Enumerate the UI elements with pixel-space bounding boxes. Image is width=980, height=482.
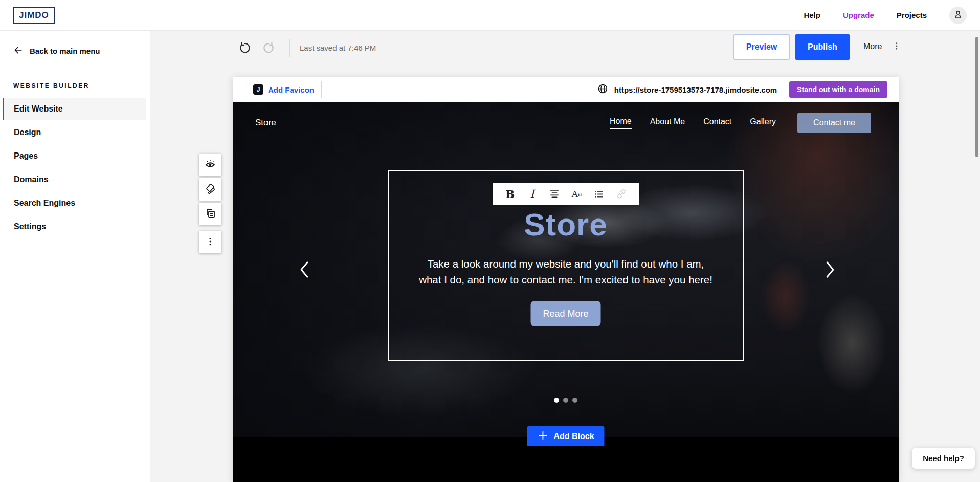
contact-me-button[interactable]: Contact me <box>797 113 871 133</box>
user-icon <box>952 9 964 22</box>
jimdo-logo[interactable]: JIMDO <box>13 7 55 24</box>
sidebar-item-domains[interactable]: Domains <box>3 168 146 191</box>
site-nav: Home About Me Contact Gallery <box>610 117 776 129</box>
page-scrollbar[interactable] <box>975 37 978 157</box>
kebab-icon <box>206 237 215 248</box>
sidebar-item-settings[interactable]: Settings <box>3 215 146 238</box>
style-swatch-icon <box>204 183 216 196</box>
undo-button[interactable] <box>235 39 254 57</box>
more-kebab-icon[interactable] <box>888 37 905 55</box>
hide-block-button[interactable] <box>199 154 221 176</box>
add-block-button[interactable]: Add Block <box>527 426 604 446</box>
copy-icon <box>204 207 216 221</box>
block-options-button[interactable] <box>199 231 221 253</box>
domain-upsell-button[interactable]: Stand out with a domain <box>789 81 887 98</box>
site-nav-gallery[interactable]: Gallery <box>750 117 776 129</box>
undo-icon <box>238 41 251 56</box>
hero-section[interactable]: Store Home About Me Contact Gallery Cont… <box>233 102 899 437</box>
sidebar-item-pages[interactable]: Pages <box>3 145 146 167</box>
sidebar-section-title: WEBSITE BUILDER <box>0 61 150 97</box>
carousel-prev-button[interactable] <box>293 258 316 281</box>
link-icon <box>614 187 629 201</box>
last-saved-status: Last saved at 7:46 PM <box>300 43 376 52</box>
preview-topbar: J Add Favicon https://store-1759513573-7… <box>233 77 899 102</box>
carousel-dot-3[interactable] <box>572 398 577 403</box>
about-me-title: About Me <box>233 478 899 482</box>
projects-link[interactable]: Projects <box>897 11 927 19</box>
carousel-dots <box>233 398 899 403</box>
builder-sidebar: Back to main menu WEBSITE BUILDER Edit W… <box>0 31 150 482</box>
site-header: Store Home About Me Contact Gallery Cont… <box>233 102 899 143</box>
upgrade-link[interactable]: Upgrade <box>843 11 874 19</box>
toolbar-divider <box>289 39 290 57</box>
more-button[interactable]: More <box>863 42 882 51</box>
carousel-next-button[interactable] <box>819 258 841 281</box>
bullet-list-icon[interactable] <box>592 187 606 201</box>
plus-icon <box>537 430 548 443</box>
hero-body-text[interactable]: Take a look around my website and you'll… <box>416 256 716 288</box>
need-help-button[interactable]: Need help? <box>912 448 975 469</box>
site-nav-contact[interactable]: Contact <box>703 117 731 129</box>
back-to-main-menu[interactable]: Back to main menu <box>0 41 150 61</box>
publish-button[interactable]: Publish <box>795 34 850 60</box>
style-block-button[interactable] <box>199 178 221 201</box>
redo-icon <box>262 41 276 56</box>
globe-icon <box>597 83 608 96</box>
italic-icon[interactable]: I <box>525 187 540 201</box>
read-more-button[interactable]: Read More <box>531 301 601 326</box>
carousel-dot-2[interactable] <box>563 398 568 403</box>
preview-button[interactable]: Preview <box>733 34 790 60</box>
site-nav-about-me[interactable]: About Me <box>650 117 685 129</box>
carousel-dot-1[interactable] <box>554 398 559 403</box>
help-link[interactable]: Help <box>804 11 820 19</box>
redo-button[interactable] <box>260 39 278 57</box>
bold-icon[interactable]: B <box>503 187 517 201</box>
account-nav: Help Upgrade Projects <box>804 7 967 24</box>
sidebar-item-design[interactable]: Design <box>3 121 146 144</box>
back-label: Back to main menu <box>30 47 100 55</box>
add-block-label: Add Block <box>553 432 594 441</box>
app-header: JIMDO Help Upgrade Projects <box>0 0 980 31</box>
site-url-group: https://store-1759513573-7178.jimdosite.… <box>597 81 887 98</box>
add-favicon-button[interactable]: J Add Favicon <box>246 81 322 98</box>
duplicate-block-button[interactable] <box>199 203 221 225</box>
sidebar-menu: Edit Website Design Pages Domains Search… <box>0 98 150 238</box>
add-favicon-label: Add Favicon <box>268 85 314 94</box>
site-url[interactable]: https://store-1759513573-7178.jimdosite.… <box>614 85 777 94</box>
favicon-placeholder-icon: J <box>253 84 263 95</box>
site-logo[interactable]: Store <box>255 118 276 128</box>
website-preview: J Add Favicon https://store-1759513573-7… <box>233 77 899 482</box>
block-tool-palette <box>199 154 221 253</box>
editor-canvas: Last saved at 7:46 PM Preview Publish Mo… <box>150 31 980 482</box>
text-format-toolbar: B I Aa <box>493 183 639 205</box>
back-arrow-icon <box>13 45 24 57</box>
align-center-icon[interactable] <box>547 187 562 201</box>
font-size-icon[interactable]: Aa <box>570 187 584 201</box>
account-avatar[interactable] <box>949 7 967 24</box>
sidebar-item-search-engines[interactable]: Search Engines <box>3 192 146 214</box>
eye-icon <box>204 158 216 172</box>
sidebar-item-edit-website[interactable]: Edit Website <box>3 98 146 120</box>
site-nav-home[interactable]: Home <box>610 117 632 129</box>
hero-title[interactable]: Store <box>233 206 899 243</box>
